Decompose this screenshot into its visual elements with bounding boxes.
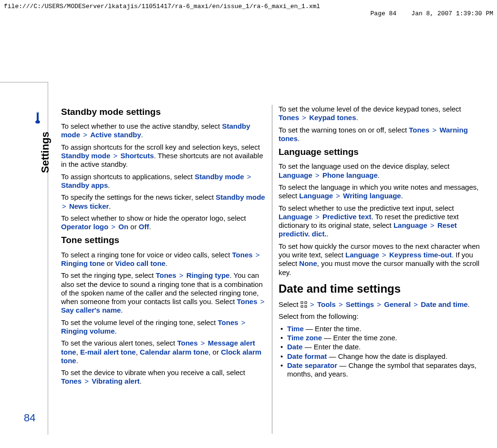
para: To select the language in which you writ… [279, 183, 483, 201]
list-item: Date — Enter the date. [279, 343, 483, 351]
para: To select whether to show or hide the op… [61, 214, 265, 232]
para: To select a ringing tone for voice or vi… [61, 251, 265, 268]
list-item: Date separator — Change the symbol that … [279, 361, 483, 379]
para: Select from the following: [279, 312, 483, 321]
page-frame: Settings 84 Standby mode settings To sel… [0, 82, 497, 435]
wrench-icon [33, 109, 44, 123]
header-timestamp: Jan 8, 2007 1:39:30 PM [411, 10, 493, 17]
para: To assign shortcuts for the scroll key a… [61, 143, 265, 169]
svg-rect-4 [305, 305, 307, 307]
para: To set the warning tones on or off, sele… [279, 126, 483, 143]
list-item: Date format — Change how the date is dis… [279, 352, 483, 361]
para: To set the device to vibrate when you re… [61, 368, 265, 386]
print-header: file:///C:/USERS/MODEServer/lkatajis/110… [0, 0, 497, 29]
para: To set how quickly the cursor moves to t… [279, 242, 483, 277]
left-rail: Settings 84 [0, 82, 48, 435]
para: To set the ringing type, select Tones > … [61, 271, 265, 315]
svg-rect-3 [301, 305, 303, 307]
para: To set the volume level of the device ke… [279, 105, 483, 122]
section-tab-label: Settings [39, 132, 52, 173]
heading-standby: Standby mode settings [61, 106, 265, 117]
para: To specify the settings for the news tic… [61, 193, 265, 211]
options-list: Time — Enter the time. Time zone — Enter… [279, 325, 483, 379]
list-item: Time — Enter the time. [279, 325, 483, 333]
para: To assign shortcuts to applications, sel… [61, 173, 265, 190]
para: To select whether to use the active stan… [61, 122, 265, 140]
header-path: file:///C:/USERS/MODEServer/lkatajis/110… [4, 3, 320, 24]
svg-rect-1 [301, 302, 303, 304]
page-number: 84 [24, 412, 35, 424]
para: To select whether to use the predictive … [279, 204, 483, 239]
heading-tone: Tone settings [61, 234, 265, 245]
body-content: Standby mode settings To select whether … [61, 105, 483, 434]
heading-date-time: Date and time settings [279, 282, 483, 295]
heading-language: Language settings [279, 146, 483, 157]
svg-point-0 [37, 112, 39, 113]
para: To set the various alert tones, select T… [61, 339, 265, 365]
para: To set the language used on the device d… [279, 162, 483, 180]
para: To set the volume level of the ringing t… [61, 318, 265, 336]
list-item: Time zone — Enter the time zone. [279, 334, 483, 342]
svg-rect-2 [305, 302, 307, 304]
menu-icon [300, 301, 307, 308]
header-page: Page 84 [371, 10, 397, 17]
para: Select > Tools > Settings > General > Da… [279, 300, 483, 309]
